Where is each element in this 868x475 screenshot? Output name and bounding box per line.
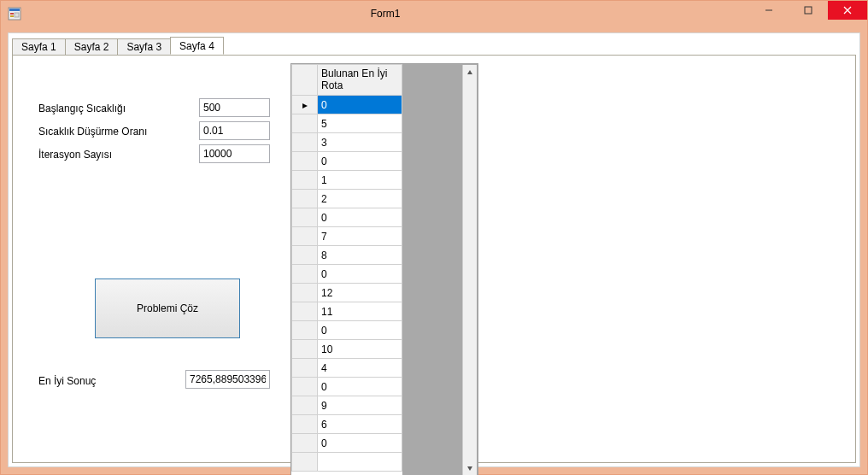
row-header <box>292 378 318 396</box>
input-temp[interactable] <box>199 98 270 117</box>
grid-cell[interactable]: 7 <box>318 227 402 246</box>
table-row[interactable]: 12 <box>292 284 402 302</box>
grid-cell[interactable]: 5 <box>318 114 402 133</box>
grid-cell[interactable]: 4 <box>318 359 402 378</box>
grid-scrollbar[interactable] <box>462 65 477 475</box>
row-header <box>292 265 318 284</box>
tab-3[interactable]: Sayfa 4 <box>170 37 224 55</box>
row-header <box>292 284 318 302</box>
label-temp: Başlangıç Sıcaklığı <box>38 103 126 114</box>
table-row[interactable]: 10 <box>292 340 402 359</box>
table-row[interactable]: 0 <box>292 321 402 340</box>
table-row[interactable]: 6 <box>292 415 402 434</box>
grid-cell[interactable]: 0 <box>318 152 402 171</box>
row-header <box>292 133 318 152</box>
grid-cell[interactable]: 1 <box>318 171 402 190</box>
svg-marker-9 <box>467 70 472 74</box>
grid-cell[interactable]: 10 <box>318 340 402 359</box>
table-row[interactable]: 5 <box>292 114 402 133</box>
tab-2[interactable]: Sayfa 3 <box>117 38 171 56</box>
row-header <box>292 227 318 246</box>
tab-strip: Sayfa 1Sayfa 2Sayfa 3Sayfa 4 <box>12 37 223 55</box>
table-row[interactable]: 8 <box>292 246 402 265</box>
svg-rect-2 <box>10 13 14 15</box>
grid-cell[interactable]: 0 <box>318 321 402 340</box>
table-row[interactable]: 0 <box>292 152 402 171</box>
solve-button-label: Problemi Çöz <box>137 302 198 314</box>
table-row[interactable]: 0 <box>292 378 402 396</box>
row-header <box>292 434 318 453</box>
client-area: Sayfa 1Sayfa 2Sayfa 3Sayfa 4 Başlangıç S… <box>8 32 860 467</box>
table-row[interactable]: 7 <box>292 227 402 246</box>
label-iter: İterasyon Sayısı <box>38 149 112 161</box>
row-header <box>292 302 318 321</box>
grid-cell[interactable]: 0 <box>318 434 402 453</box>
table-row-new[interactable] <box>292 453 402 472</box>
row-header <box>292 208 318 227</box>
table-row[interactable]: 0 <box>292 265 402 284</box>
table-row[interactable]: 0 <box>292 434 402 453</box>
table-row[interactable]: 3 <box>292 133 402 152</box>
label-best: En İyi Sonuç <box>38 375 96 387</box>
row-header <box>292 340 318 359</box>
solve-button[interactable]: Problemi Çöz <box>95 279 240 338</box>
grid-cell[interactable]: 8 <box>318 246 402 265</box>
row-header <box>292 171 318 190</box>
window-controls <box>749 1 867 26</box>
grid-cell[interactable]: 12 <box>318 284 402 302</box>
grid-cell[interactable]: 3 <box>318 133 402 152</box>
svg-rect-3 <box>10 15 14 17</box>
input-cool[interactable] <box>199 121 270 140</box>
svg-marker-10 <box>467 466 472 471</box>
input-best[interactable] <box>185 370 270 389</box>
row-header <box>292 114 318 133</box>
row-header: ▸ <box>292 96 318 114</box>
table-row[interactable]: 2 <box>292 190 402 208</box>
row-header <box>292 396 318 415</box>
table-row[interactable]: 0 <box>292 208 402 227</box>
titlebar: Form1 <box>1 1 867 26</box>
grid-cell[interactable]: 2 <box>318 190 402 208</box>
row-header <box>292 453 318 472</box>
svg-rect-4 <box>15 13 19 17</box>
grid-cell[interactable]: 11 <box>318 302 402 321</box>
table-row[interactable]: 9 <box>292 396 402 415</box>
row-header <box>292 415 318 434</box>
grid-cell[interactable]: 0 <box>318 208 402 227</box>
grid-cell[interactable]: 6 <box>318 415 402 434</box>
grid-corner <box>292 65 318 96</box>
maximize-button[interactable] <box>789 1 828 20</box>
grid-cell[interactable]: 0 <box>318 96 402 114</box>
tab-1[interactable]: Sayfa 2 <box>65 38 119 56</box>
row-header <box>292 321 318 340</box>
scroll-up-button[interactable] <box>463 65 477 79</box>
table-row[interactable]: 1 <box>292 171 402 190</box>
grid-cell[interactable] <box>318 453 402 472</box>
datagrid[interactable]: Bulunan En İyi Rota ▸0530120780121101040… <box>290 63 478 475</box>
grid-cell[interactable]: 9 <box>318 396 402 415</box>
svg-rect-6 <box>805 7 812 14</box>
tab-page: Başlangıç Sıcaklığı Sıcaklık Düşürme Ora… <box>12 55 856 463</box>
grid-header[interactable]: Bulunan En İyi Rota <box>318 65 402 96</box>
row-header <box>292 190 318 208</box>
minimize-button[interactable] <box>749 1 789 20</box>
window-title: Form1 <box>21 8 749 20</box>
app-icon <box>8 7 21 21</box>
grid-cell[interactable]: 0 <box>318 378 402 396</box>
label-cool: Sıcaklık Düşürme Oranı <box>38 126 147 138</box>
svg-rect-1 <box>9 9 20 11</box>
row-header <box>292 246 318 265</box>
window-frame: Form1 Sayfa 1Sayfa 2Sayfa 3Sayfa 4 Başla… <box>0 0 868 475</box>
table-row[interactable]: 11 <box>292 302 402 321</box>
close-button[interactable] <box>828 1 867 20</box>
scroll-down-button[interactable] <box>463 460 477 475</box>
row-header <box>292 359 318 378</box>
datagrid-table: Bulunan En İyi Rota ▸0530120780121101040… <box>291 64 402 472</box>
table-row[interactable]: 4 <box>292 359 402 378</box>
table-row[interactable]: ▸0 <box>292 96 402 114</box>
row-header <box>292 152 318 171</box>
grid-cell[interactable]: 0 <box>318 265 402 284</box>
input-iter[interactable] <box>199 144 270 163</box>
tab-0[interactable]: Sayfa 1 <box>12 38 66 56</box>
